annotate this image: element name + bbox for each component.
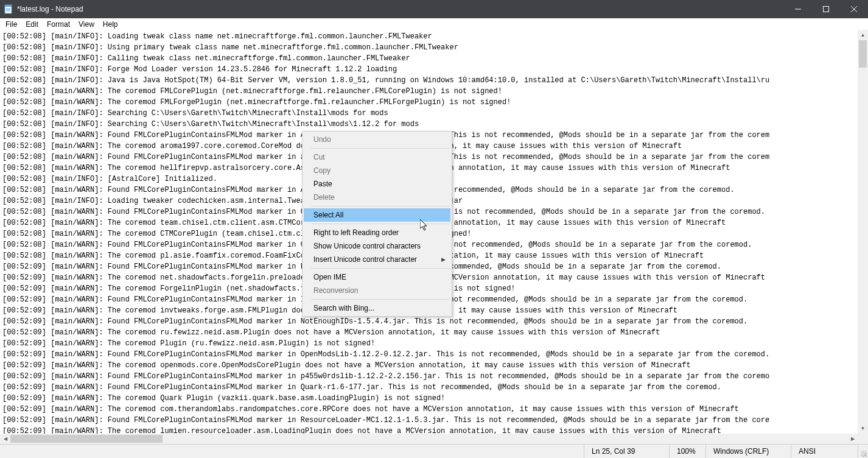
ctx-paste[interactable]: Paste xyxy=(304,177,450,191)
notepad-window: *latest.log - Notepad File Edit Format V… xyxy=(0,0,868,458)
close-button[interactable] xyxy=(840,0,868,18)
scroll-corner xyxy=(858,434,868,444)
window-controls xyxy=(784,0,868,18)
ctx-insert-unicode[interactable]: Insert Unicode control character▶ xyxy=(304,253,450,266)
maximize-button[interactable] xyxy=(812,0,840,18)
status-zoom: 100% xyxy=(669,445,705,458)
statusbar: Ln 25, Col 39 100% Windows (CRLF) ANSI xyxy=(0,444,868,458)
ctx-open-ime[interactable]: Open IME xyxy=(304,270,450,284)
ctx-cut[interactable]: Cut xyxy=(304,150,450,164)
resize-grip[interactable] xyxy=(858,445,868,458)
ctx-copy[interactable]: Copy xyxy=(304,164,450,177)
menu-edit[interactable]: Edit xyxy=(21,19,43,29)
horizontal-scrollbar[interactable]: ◀ ▶ xyxy=(0,434,858,444)
scroll-left-arrow[interactable]: ◀ xyxy=(0,434,10,444)
status-position: Ln 25, Col 39 xyxy=(584,445,669,458)
content-area: [00:52:08] [main/INFO]: Loading tweak cl… xyxy=(0,30,868,444)
scroll-down-arrow[interactable]: ▼ xyxy=(858,423,868,434)
titlebar[interactable]: *latest.log - Notepad xyxy=(0,0,868,18)
ctx-insert-unicode-label: Insert Unicode control character xyxy=(313,255,417,264)
ctx-separator xyxy=(311,299,450,300)
context-menu: Undo Cut Copy Paste Delete Select All Ri… xyxy=(302,131,452,317)
svg-rect-1 xyxy=(5,5,12,7)
minimize-button[interactable] xyxy=(784,0,812,18)
vertical-scrollbar[interactable]: ▲ ▼ xyxy=(858,30,868,434)
status-eol: Windows (CRLF) xyxy=(705,445,791,458)
ctx-show-unicode[interactable]: Show Unicode control characters xyxy=(304,239,450,253)
window-title: *latest.log - Notepad xyxy=(17,5,784,13)
menu-format[interactable]: Format xyxy=(43,19,74,29)
menu-help[interactable]: Help xyxy=(99,19,122,29)
ctx-separator xyxy=(311,224,450,224)
status-encoding: ANSI xyxy=(791,445,858,458)
vertical-scroll-thumb[interactable] xyxy=(859,40,867,68)
ctx-reconversion[interactable]: Reconversion xyxy=(304,284,450,297)
ctx-undo[interactable]: Undo xyxy=(304,133,450,146)
submenu-arrow-icon: ▶ xyxy=(441,256,446,262)
menu-file[interactable]: File xyxy=(1,19,21,29)
menubar: File Edit Format View Help xyxy=(0,18,868,30)
ctx-separator xyxy=(311,268,450,269)
scroll-up-arrow[interactable]: ▲ xyxy=(858,30,868,40)
notepad-icon xyxy=(4,4,13,14)
menu-view[interactable]: View xyxy=(74,19,99,29)
ctx-search-bing[interactable]: Search with Bing... xyxy=(304,301,450,315)
horizontal-scroll-thumb[interactable] xyxy=(10,435,163,443)
ctx-separator xyxy=(311,148,450,149)
ctx-delete[interactable]: Delete xyxy=(304,191,450,204)
ctx-rtl-reading[interactable]: Right to left Reading order xyxy=(304,226,450,239)
scroll-right-arrow[interactable]: ▶ xyxy=(847,434,858,444)
svg-rect-6 xyxy=(824,7,829,12)
ctx-separator xyxy=(311,206,450,206)
ctx-select-all[interactable]: Select All xyxy=(304,208,450,222)
